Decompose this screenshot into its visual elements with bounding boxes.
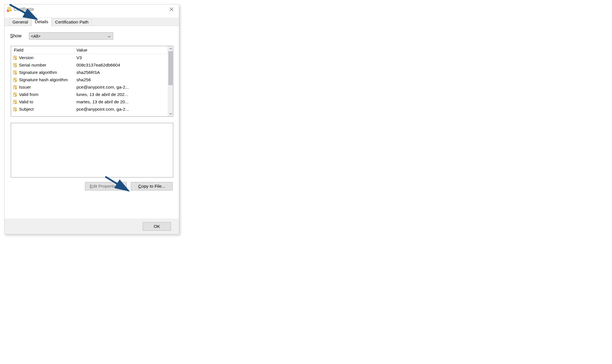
svg-rect-2	[8, 8, 10, 9]
row-value: sha256	[75, 77, 168, 82]
list-row[interactable]: Signature hash algorithm sha256	[11, 76, 168, 83]
close-icon[interactable]	[166, 6, 177, 13]
row-field: Issuer	[19, 85, 75, 90]
row-field: Signature hash algorithm	[19, 77, 75, 82]
field-icon	[13, 70, 17, 75]
row-value: sha256RSA	[75, 70, 168, 75]
list-row[interactable]: Subject pce@anypoint.com, ga-2...	[11, 106, 168, 113]
fields-list[interactable]: Field Value Version V3	[11, 46, 173, 117]
tab-certification-path[interactable]: Certification Path	[52, 18, 92, 26]
svg-rect-15	[14, 71, 16, 72]
row-field: Serial number	[19, 63, 75, 68]
svg-rect-36	[14, 101, 16, 102]
scroll-thumb[interactable]	[168, 51, 173, 85]
field-icon	[13, 85, 17, 89]
svg-rect-41	[14, 109, 16, 109]
vertical-scrollbar[interactable]	[168, 46, 173, 116]
copy-to-file-button[interactable]: Copy to File...	[131, 182, 173, 190]
svg-rect-17	[14, 72, 16, 73]
certificate-error-icon	[7, 7, 12, 12]
certificate-dialog: Certificate General Details Certificatio…	[4, 4, 179, 234]
list-row[interactable]: Valid from lunes, 13 de abril de 202...	[11, 91, 168, 98]
show-label: Show	[10, 33, 25, 38]
list-row[interactable]: Issuer pce@anypoint.com, ga-2...	[11, 83, 168, 91]
svg-rect-5	[14, 57, 16, 57]
svg-rect-32	[14, 95, 16, 95]
field-icon	[13, 78, 17, 82]
svg-rect-27	[14, 87, 16, 87]
row-field: Signature algorithm	[19, 70, 75, 75]
row-value: pce@anypoint.com, ga-2...	[75, 85, 168, 90]
svg-rect-21	[14, 79, 16, 80]
tab-strip: General Details Certification Path	[5, 18, 179, 26]
header-field[interactable]: Field	[11, 46, 75, 54]
svg-point-43	[15, 110, 16, 111]
svg-rect-22	[14, 80, 16, 80]
field-icon	[13, 55, 17, 60]
scroll-up-icon[interactable]	[168, 46, 173, 51]
svg-rect-42	[14, 109, 16, 110]
chevron-down-icon	[108, 34, 111, 38]
ok-button[interactable]: OK	[143, 222, 171, 231]
svg-rect-37	[14, 102, 16, 102]
svg-rect-35	[14, 101, 16, 101]
svg-rect-20	[14, 79, 16, 79]
svg-point-23	[15, 80, 16, 82]
tab-details[interactable]: Details	[32, 18, 51, 26]
list-row[interactable]: Serial number 008c3137ea62db6604	[11, 61, 168, 69]
tab-general[interactable]: General	[9, 18, 31, 26]
list-header: Field Value	[11, 46, 168, 54]
svg-rect-6	[14, 57, 16, 57]
svg-rect-40	[14, 108, 16, 108]
svg-rect-16	[14, 72, 16, 72]
show-filter-value: <All>	[31, 34, 40, 38]
row-field: Version	[19, 55, 75, 60]
edit-properties-button: Edit Properties...	[85, 182, 127, 190]
svg-rect-10	[14, 64, 16, 64]
field-icon	[13, 100, 17, 104]
row-value: 008c3137ea62db6604	[75, 63, 168, 68]
svg-rect-7	[14, 58, 16, 58]
row-field: Valid to	[19, 99, 75, 104]
field-icon	[13, 92, 17, 97]
svg-point-28	[15, 88, 16, 89]
svg-point-38	[15, 102, 16, 104]
list-row[interactable]: Version V3	[11, 54, 168, 61]
details-panel: Show <All> Field Value	[5, 26, 179, 219]
header-value[interactable]: Value	[75, 46, 168, 54]
field-icon	[13, 107, 17, 112]
row-value: pce@anypoint.com, ga-2...	[75, 107, 168, 112]
svg-point-33	[15, 95, 16, 96]
svg-rect-26	[14, 87, 16, 87]
row-value: V3	[75, 55, 168, 60]
scroll-track[interactable]	[168, 51, 173, 111]
row-value: martes, 13 de abril de 20...	[75, 99, 168, 104]
field-icon	[13, 63, 17, 67]
svg-rect-11	[14, 65, 16, 65]
title-bar: Certificate	[5, 5, 179, 14]
window-title: Certificate	[14, 7, 34, 12]
show-filter-dropdown[interactable]: <All>	[29, 32, 113, 40]
row-field: Subject	[19, 107, 75, 112]
svg-point-13	[15, 66, 16, 67]
field-detail-textbox[interactable]	[11, 123, 173, 177]
scroll-down-icon[interactable]	[168, 111, 173, 116]
svg-rect-30	[14, 93, 16, 94]
svg-point-18	[15, 73, 16, 74]
svg-rect-1	[8, 8, 10, 8]
svg-point-8	[15, 58, 16, 59]
list-row[interactable]: Valid to martes, 13 de abril de 20...	[11, 98, 168, 106]
list-row[interactable]: Signature algorithm sha256RSA	[11, 69, 168, 76]
dialog-footer: OK	[5, 219, 179, 234]
svg-rect-31	[14, 94, 16, 94]
svg-rect-12	[14, 65, 16, 65]
svg-rect-25	[14, 86, 16, 86]
row-field: Valid from	[19, 92, 75, 97]
row-value: lunes, 13 de abril de 202...	[75, 92, 168, 97]
